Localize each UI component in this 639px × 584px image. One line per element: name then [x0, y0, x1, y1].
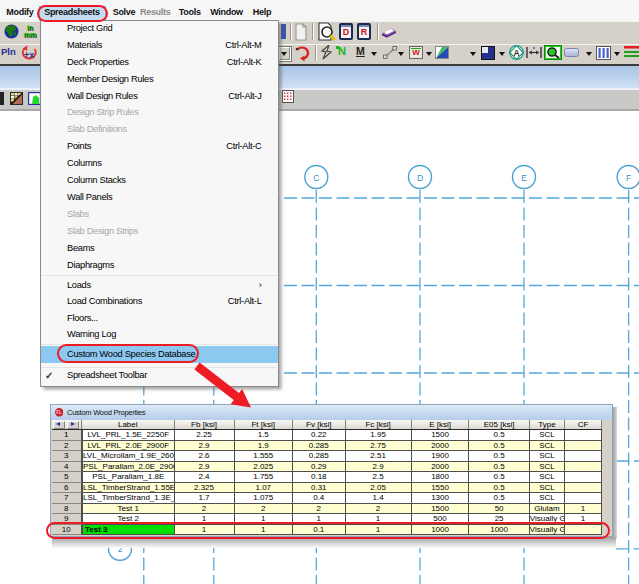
svg-text:F: F: [626, 173, 631, 183]
svg-text:C: C: [313, 173, 319, 183]
svg-text:D: D: [417, 173, 423, 183]
svg-text:+x: +x: [24, 50, 34, 60]
svg-text:A: A: [514, 48, 520, 58]
svg-text:E: E: [521, 173, 527, 183]
svg-text:FL: FL: [56, 410, 62, 415]
